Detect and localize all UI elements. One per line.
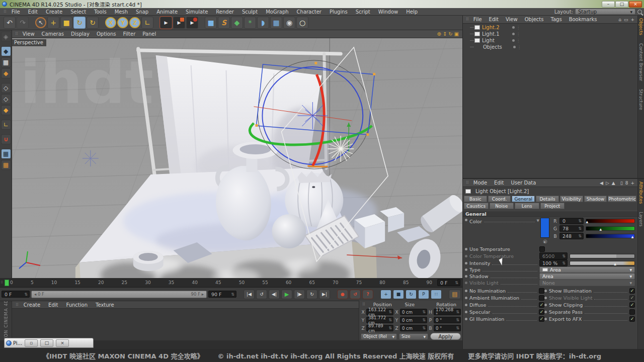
panel-side-tab[interactable]: Objects [638,18,643,35]
last-tool-icon[interactable]: ↻ [87,17,99,29]
zoom-view-icon[interactable]: ↕ [443,31,447,37]
toggle-checkbox[interactable] [629,302,635,308]
menu-item[interactable]: Character [293,9,326,15]
object-name[interactable]: Light [482,38,508,43]
search-icon[interactable] [637,10,642,14]
workplane-icon[interactable]: ▦ [1,149,11,159]
key-scale-icon[interactable]: ■ [393,290,404,299]
layer-dot-icon[interactable] [512,26,515,29]
toggle-checkbox[interactable] [629,309,635,315]
restore-button[interactable]: ▫ [25,339,38,347]
record-keyframe-icon[interactable]: ● [337,290,348,299]
channel-value-field[interactable]: 248⇅ [559,233,584,239]
snap-workplane-icon[interactable]: ▦ [1,160,11,170]
close-button[interactable]: × [56,339,69,347]
menu-item[interactable]: Plugins [326,9,352,15]
viewport-menu-item[interactable]: Display [67,31,93,37]
menu-item[interactable]: Tools [90,9,111,15]
autokey-icon[interactable]: ↺ [350,290,361,299]
maximize-button[interactable]: □ [40,339,53,347]
edges-mode-icon[interactable]: ◇ [1,94,11,104]
coord-size-select[interactable]: Size▼ [399,333,428,340]
viewport-menu-item[interactable]: Filter [120,31,139,37]
object-manager-menu-item[interactable]: View [502,17,521,22]
keyframe-film-icon[interactable]: ▤ [449,290,461,299]
keyframe-selection-icon[interactable]: ? [362,290,373,299]
viewport-menu-item[interactable]: Options [93,31,120,37]
attribute-tab[interactable]: Lens [515,203,539,209]
menu-item[interactable]: Help [402,9,422,15]
range-start-field[interactable]: 0 F⇅ [2,291,30,298]
add-light-icon[interactable]: ○ [296,17,308,29]
use-temperature-checkbox[interactable] [539,246,545,252]
attribute-menu-item[interactable]: Edit [491,180,507,186]
parent-arrow-icon[interactable]: ▲ [612,180,615,186]
render-picture-viewer-icon[interactable]: ▶ [173,17,185,29]
position-field[interactable]: 89.789 cm⇅ [366,325,393,331]
key-rotation-icon[interactable]: ↻ [406,290,417,299]
close-button[interactable]: × [629,1,642,8]
toggle-checkbox[interactable] [629,288,635,294]
toggle-checkbox[interactable] [629,316,635,322]
prev-frame-icon[interactable]: ◀| [269,290,280,299]
menu-item[interactable]: Edit [24,9,42,15]
object-name[interactable]: Objects [483,44,509,50]
color-temperature-field[interactable]: 6500⇅ [539,252,568,259]
minimize-panel-icon[interactable]: ▭ [624,17,628,22]
add-generator-icon[interactable]: ◆ [231,17,243,29]
undo-icon[interactable]: ↶ [4,17,16,29]
intensity-field[interactable]: 100 %⇅ [539,259,568,266]
object-row[interactable]: Light.2 :: [463,24,637,31]
panel-side-tab[interactable]: Layers [638,212,643,227]
object-manager-menu-item[interactable]: Bookmarks [566,17,601,22]
layout-select[interactable]: Startup▼ [575,9,635,15]
size-field[interactable]: 0 cm⇅ [400,309,427,315]
key-pla-icon[interactable]: ∷ [431,290,442,299]
object-row[interactable]: Objects :: [463,44,637,50]
attribute-tab[interactable]: Project [540,203,565,209]
toggle-checkbox[interactable] [629,295,635,301]
panel-side-tab[interactable]: Attributes [638,182,643,204]
attribute-tab[interactable]: Noise [490,203,514,209]
new-panel-icon[interactable]: + [630,17,634,22]
menu-item[interactable]: Animate [152,9,182,15]
menu-item[interactable]: Snap [132,9,152,15]
render-view-icon[interactable]: ▶ [160,17,172,29]
attribute-tab[interactable]: Shadow [584,196,607,202]
visibility-dots-icon[interactable]: :: [518,26,519,30]
viewport-menu-item[interactable]: View [19,31,38,37]
texture-mode-icon[interactable]: ▦ [1,57,11,67]
material-menu-item[interactable]: Function [62,302,92,308]
size-field[interactable]: 0 cm⇅ [400,325,427,331]
color-temperature-slider[interactable] [570,254,635,258]
rotation-field[interactable]: 0 °⇅ [434,317,461,323]
timeline-range-slider[interactable]: ◂ 0 F 90 F ▸ [31,291,207,298]
minimize-button[interactable]: – [602,1,615,8]
channel-slider[interactable]: ▲ [586,219,635,223]
attribute-tab[interactable]: Visibility [560,196,583,202]
channel-value-field[interactable]: 0⇅ [559,218,584,224]
add-deformer-icon[interactable]: ◗ [257,17,269,29]
object-row[interactable]: Light :: [463,37,637,44]
channel-value-field[interactable]: 78⇅ [559,225,584,232]
visibility-dots-icon[interactable]: :: [518,32,519,36]
channel-slider[interactable]: ▲ [586,234,635,238]
menu-item[interactable]: Select [66,9,90,15]
panel-side-tab[interactable]: Content Browser [638,43,643,81]
add-environment-icon[interactable]: ▦ [270,17,282,29]
menu-item[interactable]: Render [212,9,238,15]
points-mode-icon[interactable]: ◇ [1,83,11,93]
object-manager-menu-item[interactable]: Tags [547,17,565,22]
object-manager-menu-item[interactable]: Objects [521,17,547,22]
timeline-ruler[interactable]: ⠿ 051015202530354045505560657075808590 0… [0,278,462,288]
menu-item[interactable]: Mesh [111,9,132,15]
axis-mode-icon[interactable]: ∟ [1,120,11,130]
attribute-tab[interactable]: Caustics [464,203,489,209]
visibility-dots-icon[interactable]: :: [518,39,519,43]
object-manager-menu-item[interactable]: Edit [486,17,502,22]
workplane-mode-icon[interactable]: ◆ [1,68,11,78]
object-manager-menu-item[interactable]: File [470,17,486,22]
rotation-field[interactable]: 0 °⇅ [434,325,461,331]
intensity-slider[interactable]: ▲ [570,261,635,265]
toggle-checkbox[interactable] [539,295,544,301]
